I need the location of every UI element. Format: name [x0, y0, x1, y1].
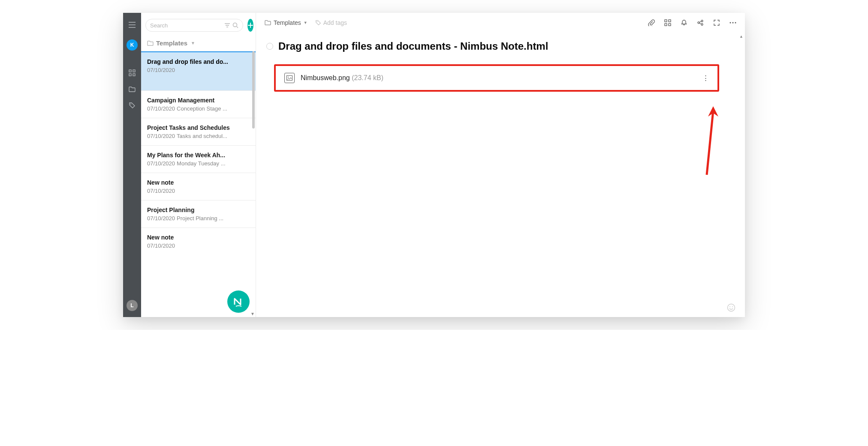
filter-icon[interactable] — [225, 23, 230, 27]
svg-rect-2 — [129, 74, 131, 76]
svg-point-16 — [735, 22, 736, 23]
note-list-item[interactable]: Project Planning 07/10/2020Project Plann… — [141, 201, 256, 228]
attachment-more-icon[interactable]: ⋮ — [702, 74, 709, 83]
note-meta: 07/10/2020 — [147, 242, 250, 249]
svg-point-21 — [732, 306, 733, 307]
note-title: My Plans for the Week Ah... — [147, 152, 250, 159]
folder-icon[interactable] — [128, 85, 136, 93]
title-row: Drag and drop files and documents - Nimb… — [266, 40, 727, 52]
note-meta: 07/10/2020Project Planning ... — [147, 215, 250, 222]
svg-rect-10 — [669, 24, 671, 26]
attach-icon[interactable] — [648, 19, 655, 26]
editor-toolbar: Templates ▼ Add tags — [256, 13, 745, 33]
note-list-item[interactable]: Campaign Management 07/10/2020Conception… — [141, 91, 256, 118]
svg-rect-9 — [665, 24, 667, 26]
attachment-size: (23.74 kB) — [352, 74, 383, 81]
note-title: New note — [147, 234, 250, 241]
note-meta: 07/10/2020 — [147, 188, 250, 194]
chevron-down-icon: ▼ — [304, 21, 307, 25]
list-scrollbar[interactable] — [252, 51, 255, 129]
note-list-item[interactable]: Project Tasks and Schedules 07/10/2020Ta… — [141, 118, 256, 146]
note-meta: 07/10/2020 — [147, 67, 250, 73]
search-box[interactable] — [145, 19, 243, 32]
note-meta: 07/10/2020Tasks and schedul... — [147, 133, 250, 139]
more-icon[interactable] — [729, 22, 736, 24]
account-avatar-bottom[interactable]: L — [127, 300, 138, 311]
svg-point-12 — [701, 20, 703, 22]
note-list: Drag and drop files and do... 07/10/2020… — [141, 51, 256, 317]
menu-icon[interactable] — [128, 21, 136, 29]
main-scrollbar[interactable]: ▲ — [740, 34, 743, 313]
note-title: Campaign Management — [147, 97, 250, 104]
svg-point-19 — [728, 304, 735, 311]
title-marker-icon[interactable] — [266, 43, 273, 50]
note-title-heading[interactable]: Drag and drop files and documents - Nimb… — [278, 40, 548, 52]
bell-icon[interactable] — [681, 19, 687, 26]
emoji-icon[interactable] — [727, 303, 735, 312]
chevron-down-icon[interactable]: ▼ — [250, 311, 255, 316]
svg-rect-7 — [665, 20, 667, 22]
svg-rect-1 — [133, 70, 135, 72]
new-note-button[interactable] — [247, 19, 253, 32]
svg-point-6 — [316, 21, 317, 22]
attachment-name: Nimbusweb.png (23.74 kB) — [301, 74, 383, 82]
list-breadcrumb[interactable]: Templates ▼ — [141, 36, 256, 51]
chevron-up-icon: ▲ — [739, 34, 743, 39]
svg-point-15 — [732, 22, 734, 23]
share-icon[interactable] — [697, 19, 704, 26]
breadcrumb-label: Templates — [274, 19, 301, 26]
user-avatar[interactable]: K — [127, 39, 138, 51]
note-title: Project Tasks and Schedules — [147, 124, 250, 131]
folder-icon — [147, 40, 154, 46]
svg-point-4 — [130, 104, 131, 105]
svg-point-14 — [730, 22, 731, 23]
svg-point-18 — [288, 77, 289, 78]
svg-rect-3 — [133, 74, 135, 76]
expand-icon[interactable] — [713, 19, 720, 26]
editor-content: Drag and drop files and documents - Nimb… — [256, 33, 745, 317]
dashboard-icon[interactable] — [128, 69, 136, 77]
note-title: Project Planning — [147, 207, 250, 213]
tag-icon[interactable] — [128, 101, 136, 110]
folder-icon — [265, 20, 271, 25]
add-tags-label: Add tags — [323, 19, 347, 26]
editor-breadcrumb[interactable]: Templates ▼ — [265, 19, 307, 26]
app-window: K L — [123, 13, 745, 317]
app-logo-icon[interactable] — [227, 290, 250, 313]
note-list-item[interactable]: Drag and drop files and do... 07/10/2020 — [141, 51, 256, 91]
note-list-item[interactable]: New note 07/10/2020 — [141, 228, 256, 255]
note-list-item[interactable]: My Plans for the Week Ah... 07/10/2020Mo… — [141, 146, 256, 173]
grid-icon[interactable] — [664, 19, 671, 26]
attachment-box[interactable]: Nimbusweb.png (23.74 kB) ⋮ — [274, 64, 719, 92]
chevron-down-icon: ▼ — [191, 41, 195, 45]
search-icon[interactable] — [232, 22, 238, 28]
svg-rect-0 — [129, 70, 131, 72]
breadcrumb-label: Templates — [156, 39, 187, 47]
note-meta: 07/10/2020Conception Stage ... — [147, 105, 250, 112]
add-tags-button[interactable]: Add tags — [315, 19, 347, 26]
note-editor-main: Templates ▼ Add tags — [256, 13, 745, 317]
image-file-icon — [284, 73, 295, 83]
svg-point-11 — [698, 22, 699, 24]
note-meta: 07/10/2020Monday Tuesday ... — [147, 160, 250, 167]
svg-point-20 — [729, 306, 730, 307]
svg-rect-8 — [669, 20, 671, 22]
svg-point-13 — [701, 24, 703, 25]
list-header — [141, 13, 256, 36]
annotation-arrow-icon — [696, 106, 722, 179]
nav-rail: K L — [123, 13, 141, 317]
note-list-item[interactable]: New note 07/10/2020 — [141, 173, 256, 201]
svg-point-5 — [233, 23, 237, 27]
search-input[interactable] — [150, 22, 222, 29]
note-title: Drag and drop files and do... — [147, 58, 250, 65]
toolbar-right — [648, 19, 736, 26]
note-list-panel: Templates ▼ Drag and drop files and do..… — [141, 13, 256, 317]
note-title: New note — [147, 179, 250, 186]
